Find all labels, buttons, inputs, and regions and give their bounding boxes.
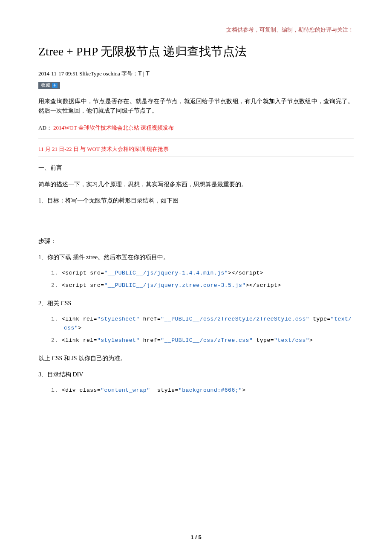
step-2: 2、相关 CSS <box>38 299 354 308</box>
ad-link-2[interactable]: 11 月 21 日-22 日 与 WOT 技术大会相约深圳 现在抢票 <box>38 145 354 154</box>
font-size-small-icon[interactable]: T <box>138 69 142 78</box>
ad-link-1[interactable]: 2014WOT 全球软件技术峰会北京站 课程视频发布 <box>53 124 174 131</box>
step-1: 1、你的下载 插件 ztree。然后布置在你的项目中。 <box>38 253 354 262</box>
code-line: 1. <div class="content_wrap" style="back… <box>51 386 354 395</box>
code-line: 2. <script src="__PUBLIC__/js/jquery.ztr… <box>51 281 354 290</box>
header-note: 文档供参考，可复制、编制，期待您的好评与关注！ <box>38 26 354 35</box>
meta-author: SlikeType <box>79 70 102 77</box>
step-2-note: 以上 CSS 和 JS 以你自己的为准。 <box>38 354 354 363</box>
steps-label: 步骤： <box>38 237 354 246</box>
section-preface-body: 简单的描述一下，实习几个原理，思想，其实写很多东西，思想算是最重要的。 <box>38 180 354 189</box>
code-block-js: 1. <script src="__PUBLIC__/js/jquery-1.4… <box>51 269 354 290</box>
font-size-label: 字号： <box>121 70 138 77</box>
code-block-div: 1. <div class="content_wrap" style="back… <box>51 386 354 395</box>
divider-2 <box>38 156 354 156</box>
font-size-large-icon[interactable]: T <box>146 68 150 78</box>
article-title: Ztree + PHP 无限极节点 递归查找节点法 <box>38 43 354 60</box>
code-block-css: 1. <link rel="stylesheet" href="__PUBLIC… <box>51 315 354 345</box>
ad-line-1: AD： 2014WOT 全球软件技术峰会北京站 课程视频发布 <box>38 124 354 133</box>
ad-label: AD： <box>38 124 52 131</box>
section-goal: 1、目标：将写一个无限节点的树形目录结构，如下图 <box>38 196 354 205</box>
favorite-label: 收藏 <box>41 82 50 87</box>
code-line: 2. <link rel="stylesheet" href="__PUBLIC… <box>51 336 354 345</box>
code-line: 1. <link rel="stylesheet" href="__PUBLIC… <box>51 315 354 333</box>
step-3: 3、目录结构 DIV <box>38 370 354 379</box>
meta-line: 2014-11-17 09:51 SlikeType oschina 字号：T … <box>38 68 354 78</box>
page-number: 1 / 5 <box>0 533 392 542</box>
code-line: 1. <script src="__PUBLIC__/js/jquery-1.4… <box>51 269 354 278</box>
favorite-button[interactable]: 收藏+ <box>38 82 60 89</box>
plus-icon: + <box>52 83 58 88</box>
meta-datetime: 2014-11-17 09:51 <box>38 70 78 77</box>
pipe-separator: | <box>143 70 144 77</box>
meta-source: oschina <box>103 70 120 77</box>
section-preface-heading: 一、前言 <box>38 163 354 173</box>
article-summary: 用来查询数据库中，节点是否存在。就是存在子节点，就返回给子节点数组，有几个就加入… <box>38 97 354 116</box>
divider-1 <box>38 139 354 139</box>
